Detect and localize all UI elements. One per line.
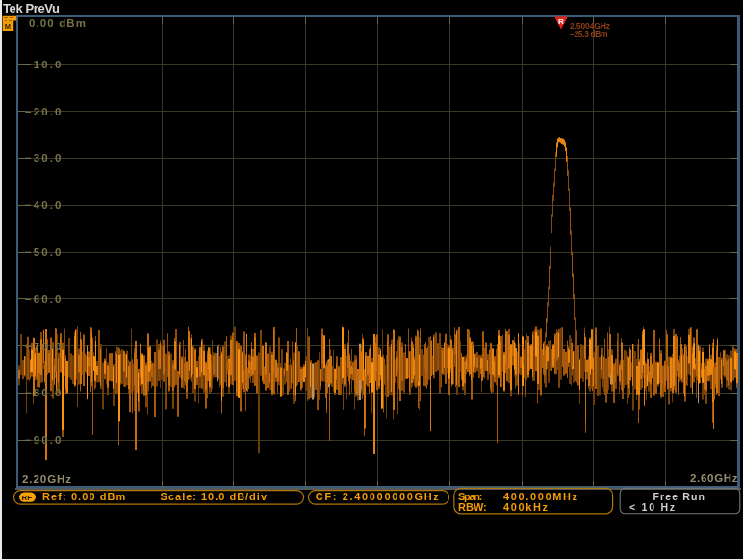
svg-text:RF: RF	[22, 494, 33, 502]
svg-text:−80.0: −80.0	[25, 387, 62, 398]
svg-text:M: M	[5, 22, 11, 31]
svg-text:−40.0: −40.0	[25, 199, 62, 211]
svg-text:Tek PreVu: Tek PreVu	[3, 1, 60, 15]
svg-text:Ref: 0.00 dBm: Ref: 0.00 dBm	[42, 491, 126, 502]
svg-text:2.20GHz: 2.20GHz	[22, 473, 71, 485]
svg-text:−60.0: −60.0	[25, 293, 62, 305]
svg-text:−10.0: −10.0	[25, 59, 62, 70]
svg-text:R: R	[558, 17, 564, 26]
svg-text:CF: 2.40000000GHz: CF: 2.40000000GHz	[316, 491, 440, 502]
svg-text:400kHz: 400kHz	[503, 501, 549, 513]
svg-text:−20.0: −20.0	[25, 106, 62, 117]
svg-text:−25.3 dBm: −25.3 dBm	[570, 29, 608, 38]
svg-text:−30.0: −30.0	[25, 152, 62, 164]
svg-text:RBW:: RBW:	[458, 501, 487, 513]
svg-text:2.60GHz: 2.60GHz	[690, 472, 738, 484]
svg-text:Scale: 10.0 dB/div: Scale: 10.0 dB/div	[161, 491, 268, 502]
svg-text:< 10 Hz: < 10 Hz	[629, 501, 675, 513]
svg-text:−70.0: −70.0	[25, 341, 62, 352]
svg-text:0.00 dBm: 0.00 dBm	[29, 17, 86, 29]
svg-text:−50.0: −50.0	[25, 246, 62, 258]
svg-text:−90.0: −90.0	[25, 434, 62, 445]
